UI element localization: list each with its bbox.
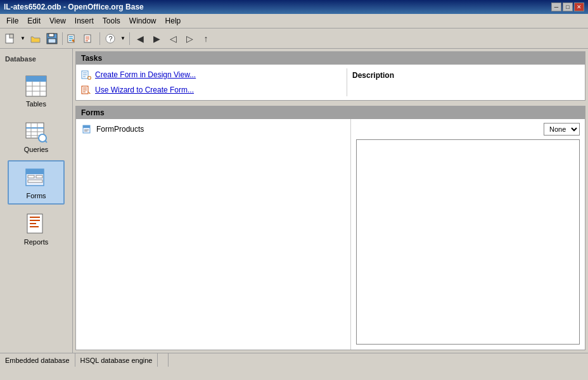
status-empty — [158, 353, 169, 367]
tables-icon — [23, 73, 49, 99]
separator-2 — [99, 32, 100, 45]
forms-section: Forms FormPro — [75, 106, 585, 350]
nav-btn5[interactable]: ↑ — [198, 31, 214, 46]
reports-icon — [23, 212, 49, 237]
tables-label: Tables — [26, 100, 46, 108]
save-button[interactable] — [44, 31, 60, 46]
tasks-section: Tasks — [75, 51, 585, 101]
forms-label: Forms — [26, 192, 46, 200]
content-area: Database Tables — [0, 49, 588, 353]
svg-rect-57 — [83, 125, 90, 128]
svg-rect-40 — [30, 217, 40, 218]
sidebar-item-queries[interactable]: Queries — [8, 115, 65, 158]
svg-marker-55 — [88, 91, 91, 94]
preview-dropdown[interactable]: None — [544, 123, 580, 136]
preview-panel: None — [350, 119, 585, 350]
status-embedded: Embedded database — [0, 353, 75, 367]
queries-icon — [23, 119, 49, 144]
svg-rect-1 — [10, 34, 13, 38]
tasks-content: Create Form in Design View... — [76, 65, 585, 100]
svg-rect-23 — [32, 76, 40, 81]
wizard-icon — [81, 85, 91, 95]
svg-text:?: ? — [109, 35, 113, 42]
new-dropdown[interactable]: ▼ — [19, 31, 27, 46]
forms-content: FormProducts None — [76, 119, 585, 350]
svg-rect-41 — [30, 220, 40, 221]
main-container: Database Tables — [0, 49, 588, 367]
window-title: IL-ates6502.odb - OpenOffice.org Base — [4, 3, 144, 11]
svg-rect-22 — [26, 76, 32, 81]
svg-rect-36 — [36, 175, 42, 178]
nav-next2-button[interactable]: ▷ — [182, 31, 197, 46]
menu-edit[interactable]: Edit — [23, 15, 44, 27]
svg-rect-11 — [86, 37, 89, 37]
svg-rect-38 — [26, 169, 44, 174]
sidebar: Database Tables — [0, 49, 73, 353]
sidebar-item-tables[interactable]: Tables — [8, 69, 65, 112]
open-button[interactable] — [28, 31, 43, 46]
svg-rect-12 — [86, 39, 89, 39]
svg-rect-24 — [40, 76, 46, 81]
task-create-design-label: Create Form in Design View... — [95, 70, 196, 79]
menu-tools[interactable]: Tools — [99, 15, 124, 27]
nav-prev2-button[interactable]: ◁ — [165, 31, 181, 46]
wizard-form-button[interactable] — [65, 31, 80, 46]
sidebar-item-forms[interactable]: Forms — [8, 160, 65, 205]
preview-toolbar: None — [354, 122, 582, 137]
form-products-item[interactable]: FormProducts — [80, 123, 347, 136]
forms-list: FormProducts — [76, 119, 350, 350]
menu-file[interactable]: File — [3, 15, 22, 27]
svg-rect-43 — [30, 226, 39, 227]
svg-rect-37 — [28, 180, 42, 182]
preview-box — [356, 139, 580, 345]
queries-label: Queries — [24, 146, 49, 153]
menu-bar: File Edit View Insert Tools Window Help — [0, 14, 588, 28]
menu-view[interactable]: View — [46, 15, 70, 27]
description-panel: Description — [347, 68, 581, 96]
help-button[interactable]: ? — [103, 31, 118, 46]
help-dropdown[interactable]: ▼ — [119, 31, 127, 46]
status-engine: HSQL database engine — [75, 353, 158, 367]
create-form-icon — [81, 70, 91, 80]
maximize-button[interactable]: □ — [563, 3, 573, 11]
database-label: Database — [0, 54, 72, 64]
status-bar: Embedded database HSQL database engine — [0, 353, 588, 367]
separator-3 — [129, 32, 130, 45]
toolbar: ▼ ? ▼ ◀ ▶ ◁ ▷ ↑ — [0, 28, 588, 49]
svg-rect-42 — [30, 223, 36, 224]
svg-rect-13 — [86, 41, 88, 41]
description-label: Description — [352, 71, 394, 80]
tasks-list: Create Form in Design View... — [80, 68, 347, 96]
separator-1 — [62, 32, 63, 45]
task-use-wizard[interactable]: Use Wizard to Create Form... — [80, 84, 347, 96]
menu-help[interactable]: Help — [162, 15, 185, 27]
svg-line-32 — [45, 141, 47, 142]
task-use-wizard-label: Use Wizard to Create Form... — [95, 86, 194, 94]
menu-insert[interactable]: Insert — [71, 15, 98, 27]
close-button[interactable]: ✕ — [574, 3, 584, 11]
task-create-design[interactable]: Create Form in Design View... — [80, 68, 347, 81]
svg-rect-35 — [28, 175, 34, 178]
nav-next-button[interactable]: ▶ — [149, 31, 164, 46]
tasks-header: Tasks — [76, 52, 585, 65]
reports-label: Reports — [24, 238, 49, 246]
nav-prev-button[interactable]: ◀ — [132, 31, 148, 46]
forms-header: Forms — [76, 106, 585, 119]
sidebar-item-reports[interactable]: Reports — [8, 207, 65, 250]
form-products-label: FormProducts — [96, 125, 144, 134]
svg-rect-3 — [49, 34, 54, 37]
window-controls: ─ □ ✕ — [551, 3, 584, 11]
forms-icon — [23, 165, 49, 191]
menu-window[interactable]: Window — [125, 15, 160, 27]
right-panel: Tasks — [73, 49, 588, 353]
new-button[interactable] — [3, 31, 18, 46]
wizard-report-button[interactable] — [82, 31, 97, 46]
svg-rect-4 — [48, 39, 56, 43]
title-bar: IL-ates6502.odb - OpenOffice.org Base ─ … — [0, 0, 588, 14]
form-products-icon — [82, 124, 93, 134]
minimize-button[interactable]: ─ — [551, 3, 561, 11]
